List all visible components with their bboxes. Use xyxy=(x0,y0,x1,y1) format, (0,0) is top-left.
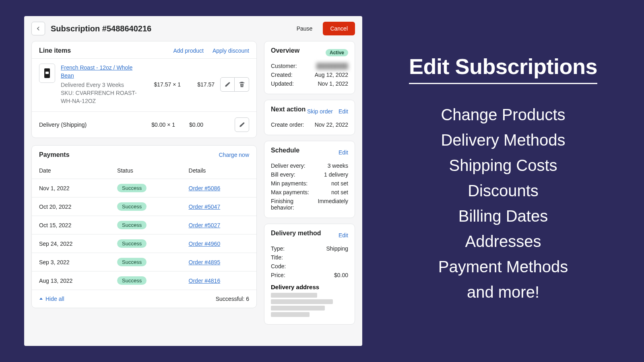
table-row: Aug 13, 2022SuccessOrder #4816 xyxy=(32,272,256,290)
payments-title: Payments xyxy=(39,151,70,158)
arrow-left-icon xyxy=(35,25,41,32)
page-title: Subscription #5488640216 xyxy=(51,24,286,33)
pencil-icon xyxy=(224,81,231,88)
table-row: Sep 3, 2022SuccessOrder #4895 xyxy=(32,253,256,272)
next-action-card: Next action Skip order Edit Create order… xyxy=(264,100,355,135)
back-button[interactable] xyxy=(31,22,45,35)
cancel-button[interactable]: Cancel xyxy=(323,22,355,35)
next-action-edit-link[interactable]: Edit xyxy=(339,108,348,115)
line-items-title: Line items xyxy=(39,47,71,54)
marketing-item: Payment Methods xyxy=(438,258,568,276)
pencil-icon xyxy=(239,121,245,128)
skip-order-link[interactable]: Skip order xyxy=(307,108,333,115)
payments-card: Payments Charge now Date Status Details … xyxy=(31,145,257,308)
edit-line-item-button[interactable] xyxy=(220,77,235,92)
delivery-method-edit-link[interactable]: Edit xyxy=(339,232,348,239)
payments-table: Date Status Details Nov 1, 2022SuccessOr… xyxy=(32,162,256,290)
order-link[interactable]: Order #5086 xyxy=(189,185,221,191)
hide-all-toggle[interactable]: Hide all xyxy=(39,296,64,302)
delivery-method-card: Delivery method Edit Type:ShippingTitle:… xyxy=(264,224,355,325)
order-link[interactable]: Order #4895 xyxy=(189,259,221,265)
schedule-value: Immediately xyxy=(318,198,348,211)
product-delivery-text: Delivered Every 3 Weeks xyxy=(61,81,141,89)
product-name-link[interactable]: French Roast - 12oz / Whole Bean xyxy=(61,64,141,80)
table-row: Nov 1, 2022SuccessOrder #5086 xyxy=(32,179,256,197)
pause-button[interactable]: Pause xyxy=(292,22,318,35)
marketing-item: Delivery Methods xyxy=(438,131,568,149)
delivery-address-title: Delivery address xyxy=(271,284,348,290)
schedule-label: Deliver every: xyxy=(271,162,305,169)
overview-customer-value: ████████ xyxy=(316,63,348,69)
col-status: Status xyxy=(110,162,182,179)
schedule-value: 1 delivery xyxy=(324,171,348,178)
product-thumbnail xyxy=(39,64,55,83)
delivery-method-title: Delivery method xyxy=(271,230,321,237)
edit-delivery-button[interactable] xyxy=(235,117,249,132)
apply-discount-link[interactable]: Apply discount xyxy=(213,47,249,54)
order-link[interactable]: Order #5027 xyxy=(189,222,221,228)
product-sku-text: SKU: CVARFRENCH ROAST-WH-NA-12OZ xyxy=(61,89,141,105)
status-badge: Success xyxy=(117,202,147,211)
status-badge: Success xyxy=(117,258,147,266)
marketing-item: Addresses xyxy=(438,232,568,251)
overview-card: Overview Active Customer:████████ Create… xyxy=(264,41,355,94)
order-link[interactable]: Order #5047 xyxy=(189,204,221,210)
schedule-label: Min payments: xyxy=(271,180,308,187)
create-order-label: Create order: xyxy=(271,121,304,128)
status-badge: Success xyxy=(117,276,147,285)
line-item-unit-price: $17.57 × 1 xyxy=(147,81,181,88)
successful-count: Successful: 6 xyxy=(216,296,249,302)
delete-line-item-button[interactable] xyxy=(235,77,249,92)
status-badge: Success xyxy=(117,221,147,229)
table-row: Sep 24, 2022SuccessOrder #4960 xyxy=(32,234,256,253)
trash-icon xyxy=(239,81,245,88)
marketing-item: Billing Dates xyxy=(438,207,568,225)
marketing-title: Edit Subscriptions xyxy=(409,54,597,84)
marketing-item: Shipping Costs xyxy=(438,156,568,175)
app-window: Subscription #5488640216 Pause Cancel Li… xyxy=(24,16,362,346)
line-item-row: French Roast - 12oz / Whole Bean Deliver… xyxy=(32,58,256,111)
app-header: Subscription #5488640216 Pause Cancel xyxy=(24,16,362,41)
line-items-card: Line items Add product Apply discount Fr… xyxy=(31,41,257,138)
order-link[interactable]: Order #4816 xyxy=(189,278,221,284)
overview-created-label: Created: xyxy=(271,72,293,78)
delivery-total: $0.00 xyxy=(175,121,203,128)
delivery-label: Title: xyxy=(271,254,283,261)
schedule-value: 3 weeks xyxy=(328,162,348,169)
line-item-total: $17.57 xyxy=(186,81,215,88)
schedule-label: Max payments: xyxy=(271,189,309,195)
order-link[interactable]: Order #4960 xyxy=(189,241,221,247)
marketing-item: and more! xyxy=(438,283,568,301)
app-screenshot-pane: Subscription #5488640216 Pause Cancel Li… xyxy=(0,0,362,362)
delivery-line-row: Delivery (Shipping) $0.00 × 1 $0.00 xyxy=(32,111,256,138)
create-order-value: Nov 22, 2022 xyxy=(315,121,348,128)
schedule-label: Bill every: xyxy=(271,171,295,178)
overview-created-value: Aug 12, 2022 xyxy=(315,72,348,78)
schedule-title: Schedule xyxy=(271,147,299,154)
col-details: Details xyxy=(182,162,256,179)
payment-date: Sep 24, 2022 xyxy=(32,234,110,253)
table-row: Oct 20, 2022SuccessOrder #5047 xyxy=(32,197,256,216)
col-date: Date xyxy=(32,162,110,179)
marketing-item: Change Products xyxy=(438,106,568,124)
payment-date: Oct 20, 2022 xyxy=(32,197,110,216)
delivery-label: Type: xyxy=(271,245,285,252)
charge-now-link[interactable]: Charge now xyxy=(219,152,250,158)
overview-updated-label: Updated: xyxy=(271,80,294,87)
schedule-value: not set xyxy=(331,180,348,187)
delivery-unit-price: $0.00 × 1 xyxy=(141,121,175,128)
add-product-link[interactable]: Add product xyxy=(173,47,204,54)
delivery-value: Shipping xyxy=(326,245,349,252)
delivery-value: $0.00 xyxy=(334,272,348,278)
delivery-label: Price: xyxy=(271,272,285,278)
schedule-card: Schedule Edit Deliver every:3 weeksBill … xyxy=(264,141,355,218)
overview-title: Overview xyxy=(271,47,299,54)
status-badge: Success xyxy=(117,184,147,192)
delivery-address-blurred xyxy=(271,293,348,317)
content-area: Line items Add product Apply discount Fr… xyxy=(24,41,362,332)
schedule-edit-link[interactable]: Edit xyxy=(339,149,348,156)
payment-date: Oct 15, 2022 xyxy=(32,216,110,234)
caret-up-icon xyxy=(39,297,43,301)
payment-date: Sep 3, 2022 xyxy=(32,253,110,272)
marketing-pane: Edit Subscriptions Change ProductsDelive… xyxy=(362,0,644,362)
